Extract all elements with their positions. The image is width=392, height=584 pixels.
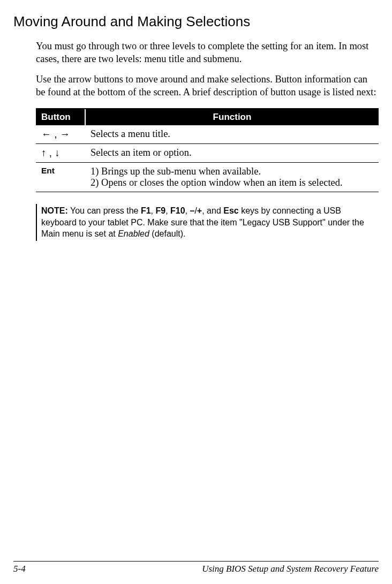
note-text: You can press the (68, 206, 141, 215)
table-row: ← , → Selects a menu title. (36, 125, 379, 144)
key-f9: F9 (155, 206, 165, 215)
header-button: Button (36, 109, 85, 125)
chapter-title: Using BIOS Setup and System Recovery Fea… (202, 564, 379, 574)
function-line-2: 2) Opens or closes the option window whe… (91, 177, 373, 188)
paragraph-1: You must go through two or three levels … (36, 40, 379, 65)
note-block: NOTE: You can press the F1, F9, F10, –/+… (36, 204, 379, 241)
function-cell: Selects a menu title. (85, 125, 379, 144)
button-function-table: Button Function ← , → Selects a menu tit… (36, 108, 379, 192)
note-sep: , and (202, 206, 223, 215)
table-header-row: Button Function (36, 109, 379, 125)
page-heading: Moving Around and Making Selections (13, 13, 379, 30)
up-down-arrow-icon: ↑ , ↓ (41, 147, 60, 158)
header-function: Function (85, 109, 379, 125)
key-f1: F1 (141, 206, 151, 215)
enabled-value: Enabled (118, 229, 149, 238)
paragraph-2: Use the arrow buttons to move around and… (36, 73, 379, 98)
table-row: ↑ , ↓ Selects an item or option. (36, 144, 379, 163)
key-plus: + (197, 206, 202, 215)
key-esc: Esc (223, 206, 238, 215)
note-label: NOTE: (41, 206, 68, 215)
note-text: (default). (149, 229, 186, 238)
note-sep: , (165, 206, 170, 215)
function-cell: Selects an item or option. (85, 144, 379, 163)
table-row: Ent 1) Brings up the sub-menu when avail… (36, 163, 379, 192)
page-number: 5-4 (13, 564, 26, 574)
function-cell: 1) Brings up the sub-menu when available… (85, 163, 379, 192)
page-footer: 5-4 Using BIOS Setup and System Recovery… (13, 561, 379, 574)
key-f10: F10 (170, 206, 185, 215)
function-line-1: 1) Brings up the sub-menu when available… (91, 166, 373, 177)
ent-key-label: Ent (36, 163, 85, 192)
left-right-arrow-icon: ← , → (41, 128, 70, 140)
